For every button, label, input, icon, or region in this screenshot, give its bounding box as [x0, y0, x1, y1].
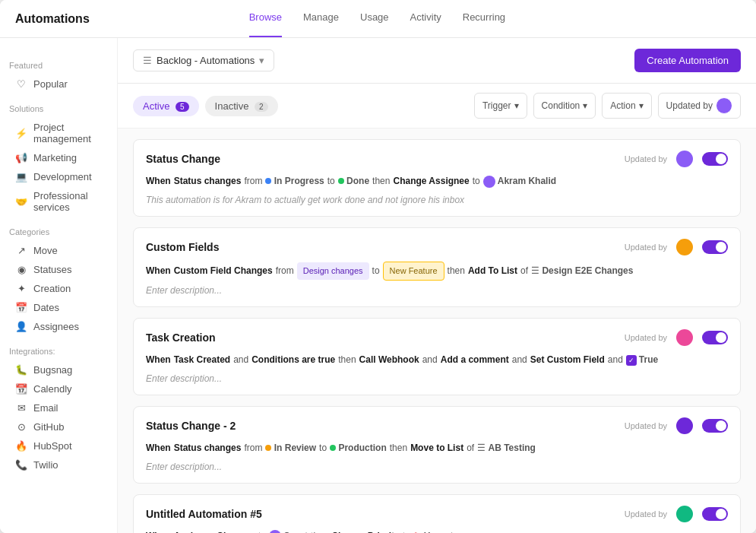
app-title: Automations — [15, 12, 90, 26]
card-right: Updated by — [625, 417, 728, 434]
automation-rule: When Status changes from In Review to Pr… — [146, 440, 728, 457]
nav-usage[interactable]: Usage — [360, 11, 389, 26]
rule-keyword: Conditions are true — [251, 352, 335, 369]
avatar — [676, 329, 693, 346]
nav-browse[interactable]: Browse — [249, 11, 282, 26]
checkbox-item: ✓True — [626, 352, 658, 369]
chevron-down-icon: ▾ — [259, 55, 264, 66]
trigger-label: Trigger — [482, 100, 511, 111]
star-icon: ✦ — [15, 283, 27, 294]
automation-card: Untitled Automation #5 Updated by When A… — [133, 494, 741, 533]
rule-keyword: Status changes — [174, 173, 242, 190]
sidebar-item-bugsnag[interactable]: 🐛 Bugsnag — [9, 360, 108, 379]
sidebar-item-marketing[interactable]: 📢 Marketing — [9, 148, 108, 167]
status-green: Production — [330, 440, 387, 457]
rule-keyword: When — [146, 352, 171, 369]
create-automation-button[interactable]: Create Automation — [634, 49, 741, 72]
automation-toggle[interactable] — [702, 507, 728, 521]
sidebar-item-label: Professional services — [33, 190, 102, 213]
sidebar-item-label: GitHub — [33, 421, 64, 433]
automation-desc: This automation is for Akram to actually… — [146, 195, 728, 205]
circle-icon: ◉ — [15, 264, 27, 275]
sidebar-item-development[interactable]: 💻 Development — [9, 167, 108, 186]
automation-card: Custom Fields Updated by When Custom Fie… — [133, 227, 741, 308]
rule-keyword: Set Custom Field — [530, 352, 605, 369]
rule-plain: of — [520, 263, 528, 280]
condition-label: Condition — [542, 100, 580, 111]
automation-toggle[interactable] — [702, 240, 728, 254]
list-item: ☰ AB Testing — [477, 440, 536, 457]
automation-name: Task Creation — [146, 332, 216, 344]
sidebar-item-email[interactable]: ✉ Email — [9, 398, 108, 417]
rule-plain: then — [448, 263, 465, 280]
avatar — [716, 97, 732, 114]
sidebar-item-assignees[interactable]: 👤 Assignees — [9, 317, 108, 336]
heart-icon: ♡ — [15, 78, 27, 90]
active-count-badge: 5 — [176, 102, 189, 112]
filter-bar: Active 5 Inactive 2 Trigger ▾ Condition … — [118, 84, 756, 128]
condition-filter[interactable]: Condition ▾ — [533, 93, 596, 119]
tag: Design changes — [297, 262, 369, 281]
rule-keyword: Add a comment — [441, 352, 509, 369]
rule-plain: then — [390, 440, 407, 457]
breadcrumb-selector[interactable]: ☰ Backlog - Automations ▾ — [133, 49, 274, 71]
nav-manage[interactable]: Manage — [303, 11, 339, 26]
sidebar-item-label: Assignees — [33, 321, 79, 332]
sidebar-item-label: Statuses — [33, 264, 72, 275]
nav-recurring[interactable]: Recurring — [463, 11, 505, 26]
rule-keyword: Call Webhook — [359, 352, 419, 369]
rule-keyword: When — [146, 440, 171, 457]
sidebar-item-popular[interactable]: ♡ Popular — [9, 75, 108, 94]
sidebar-item-dates[interactable]: 📅 Dates — [9, 298, 108, 317]
sidebar-item-label: Development — [33, 171, 92, 182]
avatar-text: Akram Khalid — [483, 173, 556, 190]
rule-plain: of — [467, 440, 474, 457]
card-right: Updated by — [625, 151, 728, 167]
tab-inactive[interactable]: Inactive 2 — [205, 96, 278, 116]
sidebar-item-twilio[interactable]: 📞 Twilio — [9, 455, 108, 474]
updated-by-label: Updated by — [666, 100, 713, 111]
rule-keyword: Task Created — [174, 352, 230, 369]
action-filter[interactable]: Action ▾ — [602, 93, 651, 119]
tab-active[interactable]: Active 5 — [133, 96, 199, 116]
rule-keyword: Assignee Changes — [174, 528, 255, 533]
rule-plain: to — [258, 528, 266, 533]
automation-name: Untitled Automation #5 — [146, 508, 262, 520]
automation-name: Status Change — [146, 153, 220, 165]
nav-activity[interactable]: Activity — [410, 11, 441, 26]
chevron-down-icon: ▾ — [583, 100, 587, 111]
breadcrumb-text: Backlog - Automations — [157, 55, 255, 66]
automation-name: Custom Fields — [146, 241, 219, 253]
sidebar-item-statuses[interactable]: ◉ Statuses — [9, 260, 108, 279]
sidebar-item-label: Twilio — [33, 459, 59, 471]
sidebar-item-project-management[interactable]: ⚡ Project management — [9, 118, 108, 148]
calendar-icon: 📅 — [15, 302, 27, 313]
automation-card: Task Creation Updated by When Task Creat… — [133, 318, 741, 395]
automation-desc: Enter description... — [146, 373, 728, 384]
automation-desc: Enter description... — [146, 462, 728, 472]
sidebar-item-label: Bugsnag — [33, 364, 72, 376]
action-label: Action — [610, 100, 635, 111]
sidebar-item-hubspot[interactable]: 🔥 HubSpot — [9, 436, 108, 455]
content-area: ☰ Backlog - Automations ▾ Create Automat… — [118, 38, 756, 533]
sidebar-item-label: Project management — [33, 122, 102, 144]
sidebar-item-creation[interactable]: ✦ Creation — [9, 279, 108, 298]
rule-keyword: Change Assignee — [393, 173, 469, 190]
automation-toggle[interactable] — [702, 419, 728, 433]
avatar — [676, 151, 693, 167]
avatar — [676, 506, 693, 522]
updated-by-text: Updated by — [625, 509, 667, 519]
updated-by-filter[interactable]: Updated by — [658, 93, 741, 119]
automation-card: Status Change Updated by When Status cha… — [133, 139, 741, 217]
sidebar-item-label: Creation — [33, 283, 71, 294]
rule-keyword: When — [146, 528, 171, 533]
trigger-filter[interactable]: Trigger ▾ — [474, 93, 527, 119]
sidebar-item-github[interactable]: ⊙ GitHub — [9, 417, 108, 436]
sidebar-item-calendly[interactable]: 📆 Calendly — [9, 379, 108, 398]
automation-toggle[interactable] — [702, 331, 728, 344]
automation-toggle[interactable] — [702, 152, 728, 166]
status-orange: In Review — [265, 440, 316, 457]
sidebar-item-professional-services[interactable]: 🤝 Professional services — [9, 186, 108, 217]
rule-plain: and — [608, 352, 623, 369]
sidebar-item-move[interactable]: ↗ Move — [9, 241, 108, 260]
